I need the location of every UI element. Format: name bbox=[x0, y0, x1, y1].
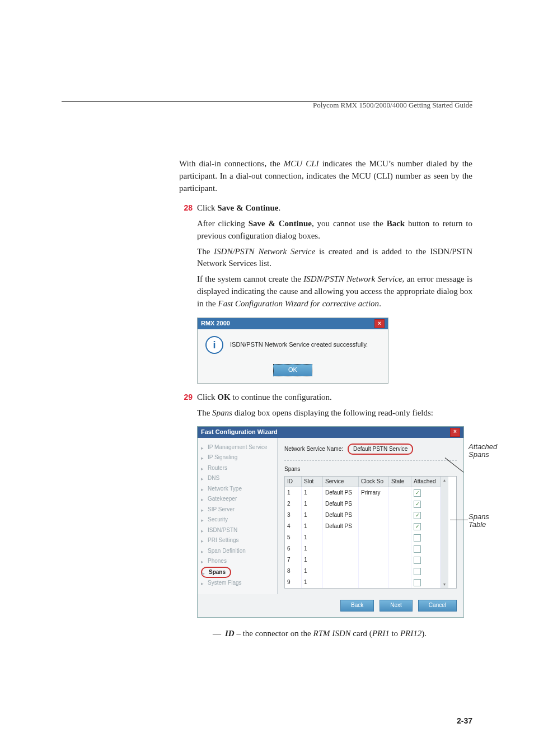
cell-state bbox=[389, 487, 411, 498]
step-29-line2: The Spans dialog box opens displaying th… bbox=[197, 407, 472, 419]
sidebar-item[interactable]: ▸Gatekeeper bbox=[201, 494, 274, 505]
sidebar-item-label: Span Definition bbox=[208, 548, 246, 554]
cell-attached bbox=[411, 566, 441, 577]
step-29: 29 Click OK to continue the configuratio… bbox=[179, 391, 472, 640]
cell-slot: 1 bbox=[302, 521, 323, 532]
text: Click bbox=[197, 393, 217, 402]
step-number: 28 bbox=[174, 202, 193, 213]
text: Click bbox=[197, 203, 217, 212]
sidebar-item[interactable]: ▸ISDN/PSTN bbox=[201, 525, 274, 536]
sidebar-item[interactable]: ▸DNS bbox=[201, 473, 274, 484]
sidebar-item[interactable]: ▸PRI Settings bbox=[201, 535, 274, 546]
sidebar-item[interactable]: ▸System Flags bbox=[201, 578, 274, 589]
col-state[interactable]: State bbox=[389, 477, 411, 488]
cell-clock bbox=[359, 566, 389, 577]
col-attached[interactable]: Attached bbox=[411, 477, 441, 488]
scroll-up-icon[interactable]: ▴ bbox=[443, 477, 446, 484]
sidebar-item-label: IP Management Service bbox=[208, 444, 268, 450]
attached-checkbox[interactable] bbox=[414, 512, 421, 519]
text-bold-italic: ID bbox=[225, 629, 235, 638]
cell-slot: 1 bbox=[302, 487, 323, 498]
sidebar-item[interactable]: ▸Network Type bbox=[201, 484, 274, 494]
sidebar-item-label: IP Signaling bbox=[208, 454, 237, 460]
cell-service: Default PS bbox=[323, 498, 359, 510]
annotation-attached-spans: Attached Spans bbox=[469, 443, 499, 459]
col-slot[interactable]: Slot bbox=[302, 477, 323, 488]
sidebar-item[interactable]: ▸IP Management Service bbox=[201, 442, 274, 453]
sidebar-item[interactable]: ▸Phones bbox=[201, 556, 274, 567]
attached-checkbox[interactable] bbox=[414, 534, 421, 542]
next-button[interactable]: Next bbox=[380, 600, 413, 612]
cell-id: 3 bbox=[285, 510, 302, 521]
text-bold: OK bbox=[217, 393, 230, 402]
attached-checkbox[interactable] bbox=[414, 501, 421, 508]
text: With dial-in connections, the bbox=[179, 159, 284, 168]
sidebar-item-label: ISDN/PSTN bbox=[208, 527, 237, 533]
attached-checkbox[interactable] bbox=[414, 489, 421, 497]
attached-checkbox[interactable] bbox=[414, 545, 421, 553]
cell-state bbox=[389, 510, 411, 521]
cell-attached bbox=[411, 532, 441, 543]
text-italic: PRI12 bbox=[400, 629, 421, 638]
scroll-down-icon[interactable]: ▾ bbox=[443, 581, 446, 588]
text: dialog box opens displaying the followin… bbox=[232, 408, 433, 417]
attached-checkbox[interactable] bbox=[414, 523, 421, 530]
cell-service: Default PS bbox=[323, 510, 359, 521]
text: The bbox=[197, 247, 214, 256]
text-bold: Save & Continue bbox=[217, 203, 278, 212]
sidebar-item-label: Security bbox=[208, 516, 228, 522]
sidebar-item[interactable]: ▸Routers bbox=[201, 463, 274, 474]
text: to bbox=[390, 629, 400, 638]
attached-checkbox[interactable] bbox=[414, 579, 421, 586]
annotation-spans-table: Spans Table bbox=[469, 513, 499, 529]
chevron-right-icon: ▸ bbox=[201, 445, 204, 452]
back-button[interactable]: Back bbox=[340, 600, 374, 612]
cancel-button[interactable]: Cancel bbox=[418, 600, 457, 612]
chevron-right-icon: ▸ bbox=[201, 475, 204, 483]
sidebar-item[interactable]: ▸SIP Server bbox=[201, 505, 274, 515]
main-content: With dial-in connections, the MCU CLI in… bbox=[179, 158, 472, 640]
text: to continue the configuration. bbox=[231, 393, 332, 402]
annotation-text: Spans Table bbox=[469, 512, 489, 529]
attached-checkbox[interactable] bbox=[414, 568, 421, 575]
text: . bbox=[278, 203, 280, 212]
sidebar-item[interactable]: ▸IP Signaling bbox=[201, 452, 274, 463]
cell-slot: 1 bbox=[302, 510, 323, 521]
spans-section-label: Spans bbox=[284, 465, 457, 474]
text: After clicking bbox=[197, 219, 249, 228]
cell-slot: 1 bbox=[302, 532, 323, 543]
cell-clock: Primary bbox=[359, 487, 389, 498]
chevron-right-icon: ▸ bbox=[201, 528, 204, 535]
text-italic: PRI1 bbox=[372, 629, 390, 638]
cell-state bbox=[389, 532, 411, 543]
chevron-right-icon: ▸ bbox=[201, 486, 204, 493]
cell-state bbox=[389, 521, 411, 532]
cell-id: 7 bbox=[285, 554, 302, 566]
wizard-dialog: Fast Configuration Wizard × ▸IP Manageme… bbox=[197, 426, 464, 618]
close-icon[interactable]: × bbox=[374, 319, 385, 328]
cell-service bbox=[323, 554, 359, 566]
sidebar-item[interactable]: ▸Security bbox=[201, 515, 274, 525]
text-italic: Spans bbox=[212, 408, 232, 417]
service-name-label: Network Service Name: bbox=[284, 445, 343, 454]
cell-attached bbox=[411, 498, 441, 510]
col-service[interactable]: Service bbox=[323, 477, 359, 488]
text-italic: MCU CLI bbox=[284, 159, 319, 168]
cell-clock bbox=[359, 532, 389, 543]
sidebar-item-spans[interactable]: ▸Spans bbox=[201, 567, 231, 578]
col-clock[interactable]: Clock So bbox=[359, 477, 389, 488]
cell-attached bbox=[411, 543, 441, 554]
col-id[interactable]: ID bbox=[285, 477, 302, 488]
info-icon: i bbox=[205, 336, 223, 354]
dash-icon: — bbox=[213, 628, 221, 640]
scrollbar[interactable]: ▴▾ bbox=[441, 477, 448, 589]
text: , you cannot use the bbox=[312, 219, 387, 228]
step-28: 28 Click Save & Continue. After clicking… bbox=[179, 202, 472, 384]
chevron-right-icon: ▸ bbox=[201, 507, 204, 514]
close-icon[interactable]: × bbox=[450, 428, 460, 437]
text: If the system cannot create the bbox=[197, 274, 303, 283]
ok-button[interactable]: OK bbox=[273, 364, 312, 376]
sidebar-item[interactable]: ▸Span Definition bbox=[201, 546, 274, 557]
attached-checkbox[interactable] bbox=[414, 557, 421, 564]
step-29-line1: Click OK to continue the configuration. bbox=[197, 391, 472, 404]
